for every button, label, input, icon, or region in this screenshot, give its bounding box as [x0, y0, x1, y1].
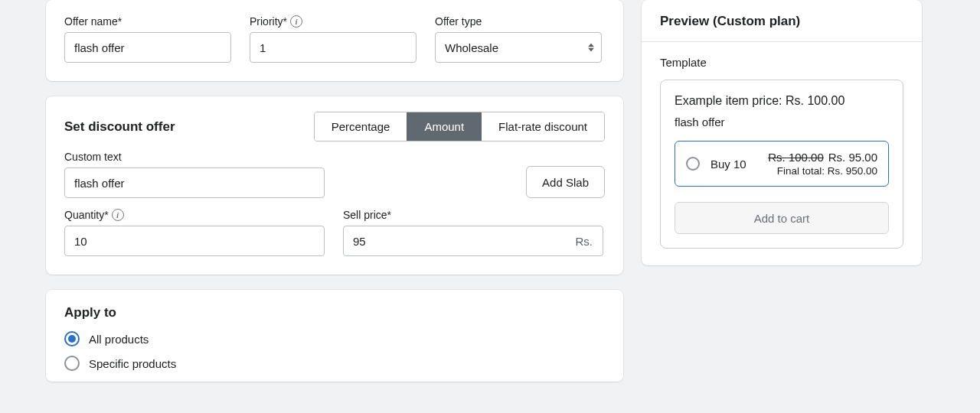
tab-amount[interactable]: Amount — [407, 112, 481, 141]
preview-card: Preview (Custom plan) Template Example i… — [642, 0, 922, 265]
radio-specific-products[interactable]: Specific products — [64, 356, 605, 371]
radio-label: Specific products — [89, 357, 176, 370]
sell-price-input[interactable] — [343, 226, 603, 256]
final-total: Final total: Rs. 950.00 — [768, 165, 877, 177]
custom-text-label: Custom text — [64, 151, 325, 163]
priority-label: Priority* i — [250, 15, 416, 28]
offer-type-label: Offer type — [435, 15, 602, 28]
currency-suffix: Rs. — [576, 235, 593, 248]
radio-icon — [686, 157, 700, 171]
add-to-cart-button[interactable]: Add to cart — [675, 202, 889, 234]
info-icon[interactable]: i — [290, 15, 302, 28]
quantity-input[interactable] — [64, 226, 325, 256]
info-icon[interactable]: i — [112, 209, 124, 221]
discount-type-tabs: Percentage Amount Flat-rate discount — [314, 112, 605, 141]
new-price: Rs. 95.00 — [828, 151, 877, 164]
custom-text-input[interactable] — [64, 167, 325, 198]
slab-price-line: Rs. 100.00Rs. 95.00 — [768, 151, 877, 164]
add-slab-button[interactable]: Add Slab — [526, 166, 605, 198]
tab-flat-rate[interactable]: Flat-rate discount — [481, 112, 604, 141]
radio-all-products[interactable]: All products — [64, 331, 605, 346]
radio-icon — [64, 331, 80, 346]
apply-to-card: Apply to All products Specific products — [46, 290, 623, 382]
tab-percentage[interactable]: Percentage — [315, 112, 407, 141]
preview-title: Preview (Custom plan) — [642, 0, 922, 42]
preview-slab[interactable]: Buy 10 Rs. 100.00Rs. 95.00 Final total: … — [675, 141, 889, 187]
offer-name-input[interactable] — [64, 32, 231, 63]
example-price-line: Example item price: Rs. 100.00 — [675, 94, 889, 108]
apply-to-title: Apply to — [64, 305, 605, 320]
offer-type-select[interactable] — [435, 32, 602, 63]
template-box: Example item price: Rs. 100.00 flash off… — [660, 80, 903, 249]
quantity-label: Quantity* i — [64, 209, 325, 221]
discount-offer-card: Set discount offer Percentage Amount Fla… — [46, 96, 623, 275]
slab-buy-label: Buy 10 — [710, 158, 746, 171]
priority-input[interactable] — [250, 32, 416, 63]
offer-name-label: Offer name* — [64, 15, 231, 28]
chevron-updown-icon — [588, 44, 594, 52]
discount-section-title: Set discount offer — [64, 119, 175, 135]
sell-price-label: Sell price* — [343, 209, 603, 221]
original-price: Rs. 100.00 — [768, 151, 824, 164]
offer-name-line: flash offer — [675, 115, 889, 128]
template-label: Template — [660, 56, 903, 69]
offer-basic-card: Offer name* Priority* i Offer type — [46, 0, 623, 81]
radio-label: All products — [89, 333, 149, 346]
radio-icon — [64, 356, 80, 371]
